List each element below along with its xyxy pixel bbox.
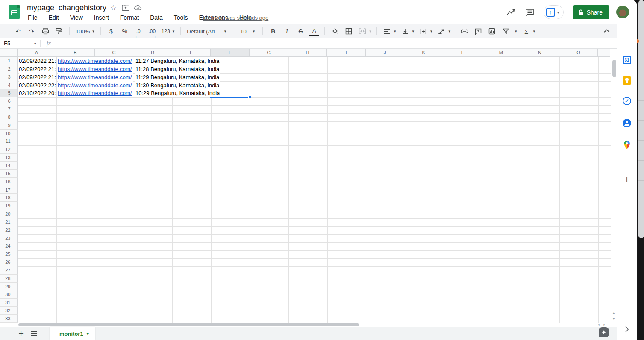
column-header-A[interactable]: A xyxy=(18,49,56,57)
borders-button[interactable] xyxy=(344,26,354,36)
name-box-caret[interactable]: ▾ xyxy=(34,41,40,46)
insert-chart-button[interactable] xyxy=(487,26,497,36)
text-color-button[interactable]: A xyxy=(309,26,319,36)
cloud-saved-icon[interactable] xyxy=(134,4,142,12)
row-header-7[interactable]: 7 xyxy=(0,105,18,113)
cell-link-B4[interactable]: https://www.timeanddate.com/ xyxy=(58,82,132,89)
cell-A1[interactable]: 02/09/2022 21:5 xyxy=(19,57,56,65)
zoom-select[interactable]: 100%▾ xyxy=(76,28,94,35)
column-header-I[interactable]: I xyxy=(327,49,366,57)
get-addons-button[interactable]: + xyxy=(624,174,630,186)
row-header-30[interactable]: 30 xyxy=(0,290,18,299)
cell-link-B5[interactable]: https://www.timeanddate.com/ xyxy=(58,90,132,96)
google-contacts-icon[interactable] xyxy=(623,119,631,127)
column-header-N[interactable]: N xyxy=(520,49,559,57)
row-header-22[interactable]: 22 xyxy=(0,226,18,234)
column-header-F[interactable]: F xyxy=(211,49,250,57)
bold-button[interactable]: B xyxy=(268,26,278,36)
insert-link-button[interactable] xyxy=(459,26,470,36)
cell-A5[interactable]: 02/10/2022 20:5 xyxy=(19,89,56,97)
cell-D4[interactable]: 11:30 Bengaluru, Karnataka, India xyxy=(135,81,220,89)
cell-D1[interactable]: 11:27 Bengaluru, Karnataka, India xyxy=(135,57,220,65)
show-side-panel-chevron[interactable] xyxy=(625,326,629,334)
cell-A2[interactable]: 02/09/2022 21:5 xyxy=(19,65,56,73)
menu-file[interactable]: File xyxy=(28,14,38,21)
row-header-33[interactable]: 33 xyxy=(0,315,18,323)
horizontal-align-button[interactable] xyxy=(382,26,392,36)
row-header-13[interactable]: 13 xyxy=(0,154,18,162)
row-header-27[interactable]: 27 xyxy=(0,266,18,275)
row-header-10[interactable]: 10 xyxy=(0,130,18,138)
vertical-scrollbar-thumb[interactable] xyxy=(612,60,616,77)
cell-A3[interactable]: 02/09/2022 21:5 xyxy=(19,73,56,81)
cell-link-B3[interactable]: https://www.timeanddate.com/ xyxy=(58,74,132,80)
row-header-11[interactable]: 11 xyxy=(0,137,18,145)
row-header-4[interactable]: 4 xyxy=(0,81,18,89)
row-header-31[interactable]: 31 xyxy=(0,299,18,307)
italic-button[interactable]: I xyxy=(282,26,292,36)
menu-format[interactable]: Format xyxy=(120,14,139,21)
text-rotation-caret[interactable]: ▾ xyxy=(448,29,450,33)
name-box[interactable]: F5 xyxy=(0,40,34,47)
font-select[interactable]: Default (Ari…▾ xyxy=(187,28,226,35)
explore-button[interactable] xyxy=(599,327,609,337)
vertical-scroll-buttons[interactable]: ▴▾ xyxy=(611,310,617,323)
row-header-3[interactable]: 3 xyxy=(0,73,18,81)
filter-views-caret[interactable]: ▾ xyxy=(515,29,517,33)
column-header-D[interactable]: D xyxy=(133,49,172,57)
format-percent-button[interactable]: % xyxy=(120,26,130,36)
cell-A4[interactable]: 02/09/2022 22:0 xyxy=(19,81,56,89)
column-header-G[interactable]: G xyxy=(250,49,288,57)
account-avatar[interactable] xyxy=(616,6,629,18)
select-all-corner[interactable] xyxy=(0,49,18,57)
more-formats-button[interactable]: 123▾ xyxy=(162,28,175,34)
menu-view[interactable]: View xyxy=(70,14,83,21)
row-header-6[interactable]: 6 xyxy=(0,97,18,105)
column-header-J[interactable]: J xyxy=(366,49,405,57)
row-header-12[interactable]: 12 xyxy=(0,145,18,154)
column-header-E[interactable]: E xyxy=(172,49,211,57)
row-header-17[interactable]: 17 xyxy=(0,186,18,194)
star-icon[interactable]: ☆ xyxy=(109,4,117,12)
menu-data[interactable]: Data xyxy=(150,14,163,21)
row-header-2[interactable]: 2 xyxy=(0,65,18,73)
move-to-folder-icon[interactable] xyxy=(122,4,129,12)
font-size-select[interactable]: 10▾ xyxy=(238,28,256,35)
row-header-32[interactable]: 32 xyxy=(0,307,18,315)
row-header-1[interactable]: 1 xyxy=(0,57,18,65)
scroll-right-arrow[interactable]: ▸ xyxy=(604,322,606,327)
vertical-scrollbar[interactable] xyxy=(611,49,617,323)
menu-edit[interactable]: Edit xyxy=(49,14,59,21)
horizontal-scrollbar[interactable] xyxy=(0,323,617,327)
row-header-26[interactable]: 26 xyxy=(0,258,18,266)
fill-color-button[interactable] xyxy=(330,26,340,36)
cell-D5[interactable]: 10:29 Bengaluru, Karnataka, India xyxy=(135,89,221,97)
column-header-K[interactable]: K xyxy=(404,49,443,57)
redo-button[interactable]: ↷ xyxy=(26,26,37,36)
sheet-grid[interactable]: 02/09/2022 21:5https://www.timeanddate.c… xyxy=(18,57,611,323)
column-header-L[interactable]: L xyxy=(443,49,482,57)
row-header-20[interactable]: 20 xyxy=(0,210,18,218)
undo-button[interactable]: ↶ xyxy=(13,26,23,36)
google-keep-icon[interactable] xyxy=(623,76,631,85)
row-header-24[interactable]: 24 xyxy=(0,242,18,250)
cell-link-B1[interactable]: https://www.timeanddate.com/ xyxy=(58,58,132,64)
format-currency-button[interactable]: $ xyxy=(106,26,116,36)
functions-caret[interactable]: ▾ xyxy=(533,29,535,33)
increase-decimal-button[interactable]: .00→ xyxy=(147,26,157,36)
menu-tools[interactable]: Tools xyxy=(174,14,188,21)
vertical-align-caret[interactable]: ▾ xyxy=(412,29,414,33)
column-header-B[interactable]: B xyxy=(56,49,95,57)
row-header-25[interactable]: 25 xyxy=(0,250,18,258)
all-sheets-button[interactable] xyxy=(29,328,39,339)
cell-link-B2[interactable]: https://www.timeanddate.com/ xyxy=(58,66,132,72)
comment-history-icon[interactable] xyxy=(525,8,534,17)
google-tasks-icon[interactable]: ✓ xyxy=(623,97,631,105)
row-header-9[interactable]: 9 xyxy=(0,121,18,130)
column-header-C[interactable]: C xyxy=(95,49,134,57)
add-sheet-button[interactable]: + xyxy=(16,328,26,339)
sheet-tab-monitor1[interactable]: monitor1 ▾ xyxy=(50,327,95,340)
paint-format-button[interactable] xyxy=(54,26,64,36)
row-header-5[interactable]: 5 xyxy=(0,89,18,97)
cell-D2[interactable]: 11:28 Bengaluru, Karnataka, India xyxy=(135,65,220,73)
